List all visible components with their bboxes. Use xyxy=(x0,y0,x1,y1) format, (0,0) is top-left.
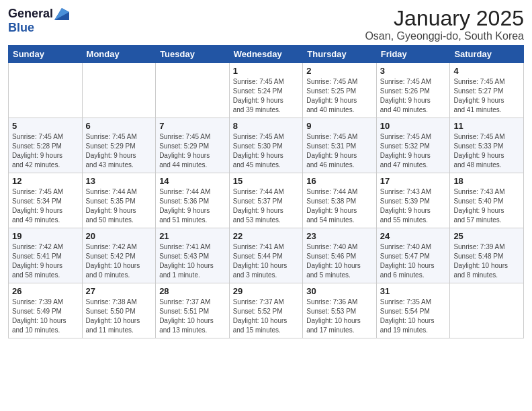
calendar-cell: 17Sunrise: 7:43 AM Sunset: 5:39 PM Dayli… xyxy=(376,173,450,228)
calendar-cell: 6Sunrise: 7:45 AM Sunset: 5:29 PM Daylig… xyxy=(82,118,156,173)
day-number: 17 xyxy=(380,176,447,186)
day-info: Sunrise: 7:45 AM Sunset: 5:28 PM Dayligh… xyxy=(12,132,79,170)
day-number: 8 xyxy=(233,121,300,131)
calendar-cell: 20Sunrise: 7:42 AM Sunset: 5:42 PM Dayli… xyxy=(82,228,156,283)
calendar-cell: 31Sunrise: 7:35 AM Sunset: 5:54 PM Dayli… xyxy=(376,283,450,338)
day-info: Sunrise: 7:44 AM Sunset: 5:35 PM Dayligh… xyxy=(86,187,152,225)
col-saturday: Saturday xyxy=(450,46,524,63)
calendar-cell: 25Sunrise: 7:39 AM Sunset: 5:48 PM Dayli… xyxy=(450,228,524,283)
col-thursday: Thursday xyxy=(303,46,377,63)
calendar-cell: 26Sunrise: 7:39 AM Sunset: 5:49 PM Dayli… xyxy=(9,283,83,338)
day-number: 13 xyxy=(86,176,152,186)
day-number: 20 xyxy=(86,231,152,241)
calendar-cell: 2Sunrise: 7:45 AM Sunset: 5:25 PM Daylig… xyxy=(303,63,377,118)
day-info: Sunrise: 7:37 AM Sunset: 5:51 PM Dayligh… xyxy=(159,298,226,335)
calendar-cell: 10Sunrise: 7:45 AM Sunset: 5:32 PM Dayli… xyxy=(376,118,450,173)
day-number: 9 xyxy=(306,121,373,131)
day-info: Sunrise: 7:42 AM Sunset: 5:42 PM Dayligh… xyxy=(86,242,152,280)
day-number: 14 xyxy=(159,176,226,186)
calendar-cell: 21Sunrise: 7:41 AM Sunset: 5:43 PM Dayli… xyxy=(156,228,230,283)
day-info: Sunrise: 7:41 AM Sunset: 5:44 PM Dayligh… xyxy=(233,242,300,280)
calendar-cell: 30Sunrise: 7:36 AM Sunset: 5:53 PM Dayli… xyxy=(303,283,377,338)
calendar-cell: 8Sunrise: 7:45 AM Sunset: 5:30 PM Daylig… xyxy=(229,118,303,173)
col-friday: Friday xyxy=(376,46,450,63)
calendar-cell: 11Sunrise: 7:45 AM Sunset: 5:33 PM Dayli… xyxy=(450,118,524,173)
calendar-cell: 29Sunrise: 7:37 AM Sunset: 5:52 PM Dayli… xyxy=(229,283,303,338)
day-number: 12 xyxy=(12,176,79,186)
calendar-cell: 4Sunrise: 7:45 AM Sunset: 5:27 PM Daylig… xyxy=(450,63,524,118)
day-number: 5 xyxy=(12,121,79,131)
calendar-cell: 23Sunrise: 7:40 AM Sunset: 5:46 PM Dayli… xyxy=(303,228,377,283)
calendar-cell xyxy=(82,63,156,118)
calendar-cell: 12Sunrise: 7:45 AM Sunset: 5:34 PM Dayli… xyxy=(9,173,83,228)
day-info: Sunrise: 7:45 AM Sunset: 5:24 PM Dayligh… xyxy=(233,77,300,115)
day-info: Sunrise: 7:43 AM Sunset: 5:40 PM Dayligh… xyxy=(453,187,520,225)
calendar-cell xyxy=(156,63,230,118)
calendar-week-3: 19Sunrise: 7:42 AM Sunset: 5:41 PM Dayli… xyxy=(9,228,524,283)
day-info: Sunrise: 7:39 AM Sunset: 5:49 PM Dayligh… xyxy=(12,298,79,335)
day-info: Sunrise: 7:45 AM Sunset: 5:33 PM Dayligh… xyxy=(453,132,520,170)
calendar-cell: 18Sunrise: 7:43 AM Sunset: 5:40 PM Dayli… xyxy=(450,173,524,228)
calendar-cell: 22Sunrise: 7:41 AM Sunset: 5:44 PM Dayli… xyxy=(229,228,303,283)
day-number: 22 xyxy=(233,231,300,241)
day-info: Sunrise: 7:44 AM Sunset: 5:38 PM Dayligh… xyxy=(306,187,373,225)
day-info: Sunrise: 7:45 AM Sunset: 5:26 PM Dayligh… xyxy=(380,77,447,115)
day-number: 6 xyxy=(86,121,152,131)
calendar-cell: 27Sunrise: 7:38 AM Sunset: 5:50 PM Dayli… xyxy=(82,283,156,338)
calendar-week-2: 12Sunrise: 7:45 AM Sunset: 5:34 PM Dayli… xyxy=(9,173,524,228)
logo: General xyxy=(8,7,69,21)
day-number: 24 xyxy=(380,231,447,241)
day-number: 26 xyxy=(12,286,79,296)
logo-blue-text: Blue xyxy=(8,21,34,35)
day-number: 4 xyxy=(453,66,520,76)
day-info: Sunrise: 7:45 AM Sunset: 5:30 PM Dayligh… xyxy=(233,132,300,170)
calendar-cell: 16Sunrise: 7:44 AM Sunset: 5:38 PM Dayli… xyxy=(303,173,377,228)
calendar-cell: 5Sunrise: 7:45 AM Sunset: 5:28 PM Daylig… xyxy=(9,118,83,173)
day-number: 1 xyxy=(233,66,300,76)
col-sunday: Sunday xyxy=(9,46,83,63)
day-number: 7 xyxy=(159,121,226,131)
calendar-cell: 15Sunrise: 7:44 AM Sunset: 5:37 PM Dayli… xyxy=(229,173,303,228)
day-info: Sunrise: 7:45 AM Sunset: 5:25 PM Dayligh… xyxy=(306,77,373,115)
day-number: 31 xyxy=(380,286,447,296)
day-info: Sunrise: 7:45 AM Sunset: 5:34 PM Dayligh… xyxy=(12,187,79,225)
calendar-cell: 13Sunrise: 7:44 AM Sunset: 5:35 PM Dayli… xyxy=(82,173,156,228)
calendar-cell: 1Sunrise: 7:45 AM Sunset: 5:24 PM Daylig… xyxy=(229,63,303,118)
day-number: 2 xyxy=(306,66,373,76)
calendar-week-0: 1Sunrise: 7:45 AM Sunset: 5:24 PM Daylig… xyxy=(9,63,524,118)
day-number: 19 xyxy=(12,231,79,241)
day-info: Sunrise: 7:36 AM Sunset: 5:53 PM Dayligh… xyxy=(306,298,373,335)
title-area: January 2025 Osan, Gyeonggi-do, South Ko… xyxy=(365,7,524,42)
month-title: January 2025 xyxy=(365,7,524,30)
day-info: Sunrise: 7:44 AM Sunset: 5:36 PM Dayligh… xyxy=(159,187,226,225)
calendar-cell xyxy=(450,283,524,338)
day-number: 29 xyxy=(233,286,300,296)
day-info: Sunrise: 7:38 AM Sunset: 5:50 PM Dayligh… xyxy=(86,298,152,335)
day-info: Sunrise: 7:35 AM Sunset: 5:54 PM Dayligh… xyxy=(380,298,447,335)
day-number: 30 xyxy=(306,286,373,296)
col-monday: Monday xyxy=(82,46,156,63)
day-info: Sunrise: 7:43 AM Sunset: 5:39 PM Dayligh… xyxy=(380,187,447,225)
day-info: Sunrise: 7:44 AM Sunset: 5:37 PM Dayligh… xyxy=(233,187,300,225)
day-number: 23 xyxy=(306,231,373,241)
day-info: Sunrise: 7:40 AM Sunset: 5:47 PM Dayligh… xyxy=(380,242,447,280)
main-container: General Blue January 2025 Osan, Gyeonggi… xyxy=(0,0,532,344)
calendar-cell: 3Sunrise: 7:45 AM Sunset: 5:26 PM Daylig… xyxy=(376,63,450,118)
day-info: Sunrise: 7:45 AM Sunset: 5:27 PM Dayligh… xyxy=(453,77,520,115)
day-info: Sunrise: 7:42 AM Sunset: 5:41 PM Dayligh… xyxy=(12,242,79,280)
calendar-cell: 14Sunrise: 7:44 AM Sunset: 5:36 PM Dayli… xyxy=(156,173,230,228)
calendar-cell: 24Sunrise: 7:40 AM Sunset: 5:47 PM Dayli… xyxy=(376,228,450,283)
day-info: Sunrise: 7:45 AM Sunset: 5:32 PM Dayligh… xyxy=(380,132,447,170)
calendar-week-4: 26Sunrise: 7:39 AM Sunset: 5:49 PM Dayli… xyxy=(9,283,524,338)
day-info: Sunrise: 7:45 AM Sunset: 5:31 PM Dayligh… xyxy=(306,132,373,170)
header: General Blue January 2025 Osan, Gyeonggi… xyxy=(8,7,524,42)
day-info: Sunrise: 7:41 AM Sunset: 5:43 PM Dayligh… xyxy=(159,242,226,280)
logo-icon xyxy=(54,8,69,20)
day-number: 15 xyxy=(233,176,300,186)
day-info: Sunrise: 7:45 AM Sunset: 5:29 PM Dayligh… xyxy=(86,132,152,170)
day-info: Sunrise: 7:39 AM Sunset: 5:48 PM Dayligh… xyxy=(453,242,520,280)
day-info: Sunrise: 7:45 AM Sunset: 5:29 PM Dayligh… xyxy=(159,132,226,170)
logo-area: General Blue xyxy=(8,7,69,35)
day-number: 27 xyxy=(86,286,152,296)
col-wednesday: Wednesday xyxy=(229,46,303,63)
